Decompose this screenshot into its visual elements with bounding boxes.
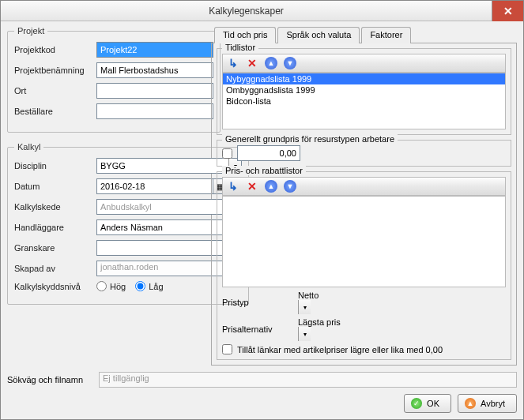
prislistor-list[interactable]: [222, 196, 506, 287]
prisalternativ-value: Lägsta pris: [298, 317, 341, 327]
cancel-icon: ▲: [465, 398, 476, 409]
sokvag-label: Sökväg och filnamn: [7, 375, 94, 384]
prisalternativ-label: Prisalternativ: [222, 324, 293, 334]
pristyp-label: Pristyp: [222, 298, 293, 307]
radio-lag-label: Låg: [149, 282, 163, 291]
avbryt-button[interactable]: ▲ Avbryt: [458, 394, 517, 413]
prisalternativ-select[interactable]: Lägsta pris ▾: [298, 317, 424, 341]
tidlistor-label: Tidlistor: [222, 43, 258, 52]
dialog-window: Kalkylegenskaper ✕ Projekt Projektkod Pr…: [0, 0, 524, 420]
tillat-lankar-checkbox[interactable]: [222, 344, 232, 354]
window-title: Kalkylegenskaper: [1, 6, 492, 17]
tidlistor-group: Tidlistor ↳ ✕ ▲ ▼ Nybyggnadslista 1999 O…: [217, 48, 511, 135]
move-down-icon[interactable]: ▼: [283, 56, 297, 70]
radio-hog-label: Hög: [110, 282, 126, 291]
delete-icon[interactable]: ✕: [245, 56, 259, 70]
ok-button[interactable]: ✓ OK: [404, 394, 451, 413]
move-up-icon[interactable]: ▲: [264, 179, 278, 193]
bestallare-label: Beställare: [14, 107, 92, 116]
chevron-down-icon[interactable]: ▾: [298, 327, 311, 341]
datum-input[interactable]: [96, 178, 213, 194]
prislistor-group: Pris- och rabattlistor ↳ ✕ ▲ ▼ Pristyp N…: [217, 171, 511, 360]
prislistor-toolbar: ↳ ✕ ▲ ▼: [222, 177, 506, 196]
list-item[interactable]: Ombyggnadslista 1999: [223, 84, 505, 96]
list-item[interactable]: Bidcon-lista: [223, 96, 505, 107]
granskare-label: Granskare: [14, 243, 92, 253]
projekt-legend: Projekt: [14, 26, 47, 36]
sokvag-readonly: Ej tillgänglig: [99, 372, 517, 388]
add-icon[interactable]: ↳: [226, 179, 240, 193]
ort-label: Ort: [14, 86, 92, 96]
prislistor-label: Pris- och rabattlistor: [222, 166, 306, 175]
tabstrip: Tid och pris Språk och valuta Faktorer: [211, 26, 517, 43]
pristyp-select[interactable]: Netto ▾: [298, 291, 424, 314]
projektkod-input[interactable]: [96, 42, 213, 58]
projekt-group: Projekt Projektkod Projektbenämning Ort …: [7, 26, 221, 133]
radio-hog-input[interactable]: [96, 281, 107, 291]
ort-input[interactable]: [96, 83, 213, 99]
handlaggare-label: Handläggare: [14, 223, 92, 232]
pristyp-value: Netto: [298, 291, 319, 300]
tab-sprak-och-valuta[interactable]: Språk och valuta: [277, 27, 360, 43]
list-item[interactable]: Nybyggnadslista 1999: [223, 73, 505, 84]
move-down-icon[interactable]: ▼: [283, 179, 297, 193]
grundpris-label: Generellt grundpris för resurstypen arbe…: [222, 134, 398, 144]
sokvag-row: Sökväg och filnamn Ej tillgänglig: [1, 369, 523, 391]
tillat-lankar-label: Tillåt länkar med artikelpriser lägre el…: [237, 345, 443, 354]
right-column: Tid och pris Språk och valuta Faktorer T…: [211, 26, 517, 366]
projektbenamning-label: Projektbenämning: [14, 66, 92, 75]
skapadav-label: Skapad av: [14, 264, 92, 273]
disciplin-label: Disciplin: [14, 161, 92, 171]
tab-tid-och-pris[interactable]: Tid och pris: [214, 27, 276, 43]
tidlistor-toolbar: ↳ ✕ ▲ ▼: [222, 54, 506, 73]
tidlistor-list[interactable]: Nybyggnadslista 1999 Ombyggnadslista 199…: [222, 73, 506, 129]
datum-label: Datum: [14, 182, 92, 191]
check-icon: ✓: [411, 398, 422, 409]
radio-lag-input[interactable]: [135, 281, 145, 291]
radio-lag[interactable]: Låg: [135, 281, 163, 291]
kalkyl-legend: Kalkyl: [14, 142, 43, 152]
add-icon[interactable]: ↳: [226, 56, 240, 70]
tab-faktorer[interactable]: Faktorer: [361, 27, 411, 43]
bestallare-input[interactable]: [96, 103, 213, 119]
content-area: Projekt Projektkod Projektbenämning Ort …: [1, 21, 523, 369]
ok-label: OK: [427, 399, 439, 408]
left-column: Projekt Projektkod Projektbenämning Ort …: [7, 26, 205, 366]
disciplin-value: BYGG: [100, 161, 228, 171]
kalkylskede-value: Anbudskalkyl: [100, 202, 228, 212]
grundpris-input[interactable]: [237, 145, 300, 161]
chevron-down-icon[interactable]: ▾: [298, 300, 311, 314]
close-button[interactable]: ✕: [492, 1, 523, 21]
projektkod-label: Projektkod: [14, 45, 92, 54]
titlebar: Kalkylegenskaper ✕: [1, 1, 523, 21]
radio-hog[interactable]: Hög: [96, 281, 126, 291]
projektbenamning-input[interactable]: [96, 62, 213, 78]
kalkylskede-label: Kalkylskede: [14, 202, 92, 212]
tab-body: Tidlistor ↳ ✕ ▲ ▼ Nybyggnadslista 1999 O…: [211, 43, 517, 366]
dialog-buttons: ✓ OK ▲ Avbryt: [1, 391, 523, 419]
move-up-icon[interactable]: ▲: [264, 56, 278, 70]
avbryt-label: Avbryt: [481, 399, 505, 408]
delete-icon[interactable]: ✕: [245, 179, 259, 193]
close-icon: ✕: [503, 5, 513, 17]
skyddsniva-label: Kalkylskyddsnivå: [14, 282, 92, 291]
grundpris-checkbox[interactable]: [222, 148, 232, 159]
grundpris-group: Generellt grundpris för resurstypen arbe…: [217, 140, 511, 167]
